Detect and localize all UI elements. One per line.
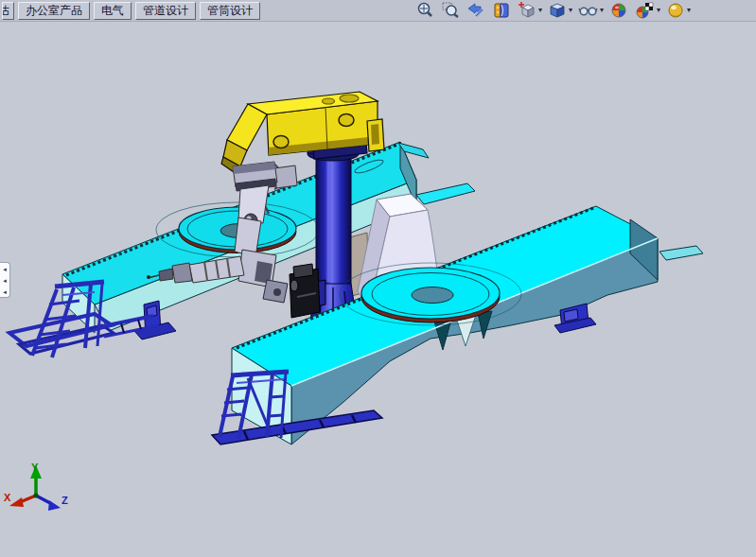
hide-show-items-button[interactable]: ▾	[575, 0, 607, 21]
tab-piping-design[interactable]: 管道设计	[135, 2, 196, 20]
triad-y-label: Y	[31, 461, 39, 473]
triad-z-label: Z	[62, 495, 68, 506]
apply-scene-button[interactable]: ▾	[632, 0, 663, 21]
command-tabs: 估 办公室产品 电气 管道设计 管筒设计	[0, 0, 262, 21]
zoom-to-area-button[interactable]	[438, 0, 464, 21]
zoom-to-fit-button[interactable]	[413, 0, 438, 21]
view-orientation-button[interactable]: ▾	[515, 0, 545, 21]
dropdown-caret-icon[interactable]: ▾	[538, 0, 542, 21]
tab-electrical[interactable]: 电气	[94, 2, 132, 20]
collapse-arrow-icon: ◂	[3, 288, 7, 295]
edit-appearance-icon	[609, 1, 629, 21]
front-beam-ring[interactable]	[361, 268, 500, 322]
display-style-icon	[548, 1, 568, 21]
section-view-icon	[492, 1, 512, 21]
dropdown-caret-icon[interactable]: ▾	[657, 0, 660, 21]
hide-show-items-icon	[578, 1, 599, 21]
heads-up-view-toolbar: ▾ ▾ ▾	[413, 0, 694, 21]
view-settings-button[interactable]: ▾	[663, 0, 694, 21]
viewport-3d[interactable]: Y X Z	[0, 0, 756, 557]
view-settings-icon	[666, 1, 686, 21]
dropdown-caret-icon[interactable]: ▾	[687, 0, 691, 21]
previous-view-button[interactable]	[464, 0, 489, 21]
tab-tubing-design[interactable]: 管筒设计	[200, 2, 260, 20]
dropdown-caret-icon[interactable]: ▾	[600, 0, 604, 21]
collapse-arrow-icon: ◂	[3, 277, 7, 284]
dropdown-caret-icon[interactable]: ▾	[569, 0, 572, 21]
view-orientation-icon	[518, 1, 537, 21]
tab-partial-evaluate[interactable]: 估	[2, 2, 14, 20]
apply-scene-icon	[635, 1, 656, 21]
feature-panel-collapse-handle[interactable]: ◂ ◂ ◂	[0, 262, 10, 298]
zoom-to-area-icon	[441, 1, 461, 21]
previous-view-icon	[466, 1, 486, 21]
triad-x-label: X	[4, 492, 11, 503]
tab-office-products[interactable]: 办公室产品	[18, 2, 90, 20]
zoom-to-fit-icon	[415, 1, 435, 21]
command-manager-toolbar: 估 办公室产品 电气 管道设计 管筒设计	[0, 0, 756, 22]
display-style-button[interactable]: ▾	[545, 0, 575, 21]
section-view-button[interactable]	[489, 0, 515, 21]
collapse-arrow-icon: ◂	[3, 266, 7, 272]
edit-appearance-button[interactable]	[607, 0, 632, 21]
